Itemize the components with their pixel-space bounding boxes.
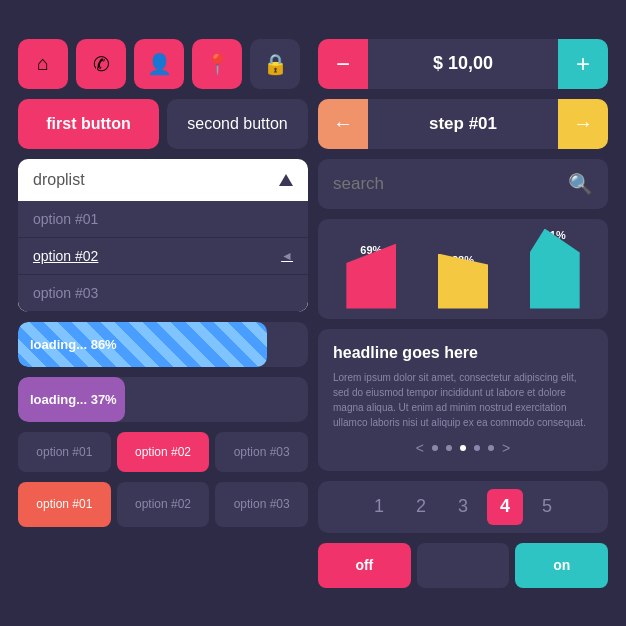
progress-bar-blue: loading... 86% xyxy=(18,322,308,367)
step-next-button[interactable]: → xyxy=(558,99,608,149)
nav-dot-4 xyxy=(474,445,480,451)
article-nav: < > xyxy=(333,440,593,456)
step-label: step #01 xyxy=(368,114,558,134)
lock-button[interactable]: 🔒 xyxy=(250,39,300,89)
num-btn-5[interactable]: 5 xyxy=(529,489,565,525)
first-button[interactable]: first button xyxy=(18,99,159,149)
toggle-off-button[interactable]: off xyxy=(318,543,411,588)
num-btn-1[interactable]: 1 xyxy=(361,489,397,525)
article-text: Lorem ipsum dolor sit amet, consectetur … xyxy=(333,370,593,430)
option-row-2: option #01 option #02 option #03 xyxy=(18,482,308,527)
location-button[interactable]: 📍 xyxy=(192,39,242,89)
option-1-1[interactable]: option #01 xyxy=(18,432,111,472)
droplist: droplist option #01 option #02 option #0… xyxy=(18,159,308,312)
progress-bar-purple: loading... 37% xyxy=(18,377,308,422)
droplist-label: droplist xyxy=(33,171,279,189)
chart-bar-teal xyxy=(530,229,580,309)
article-headline: headline goes here xyxy=(333,344,593,362)
nav-dot-1 xyxy=(432,445,438,451)
main-buttons-row: first button second button xyxy=(18,99,308,149)
step-row: ← step #01 → xyxy=(318,99,608,149)
article-section: headline goes here Lorem ipsum dolor sit… xyxy=(318,329,608,471)
progress-label-purple: loading... 37% xyxy=(30,392,117,407)
droplist-options: option #01 option #02 option #03 xyxy=(18,201,308,312)
search-box: 🔍 xyxy=(318,159,608,209)
num-btn-3[interactable]: 3 xyxy=(445,489,481,525)
number-picker: 1 2 3 4 5 xyxy=(318,481,608,533)
chart-bar-yellow-group: 38% xyxy=(420,254,507,309)
home-button[interactable]: ⌂ xyxy=(18,39,68,89)
droplist-option-2[interactable]: option #02 xyxy=(18,238,308,275)
icon-buttons-row: ⌂ ✆ 👤 📍 🔒 xyxy=(18,39,308,89)
nav-dot-3 xyxy=(460,445,466,451)
nav-dot-5 xyxy=(488,445,494,451)
search-icon: 🔍 xyxy=(568,172,593,196)
second-button[interactable]: second button xyxy=(167,99,308,149)
option-1-3[interactable]: option #03 xyxy=(215,432,308,472)
counter-plus-button[interactable]: + xyxy=(558,39,608,89)
droplist-option-3[interactable]: option #03 xyxy=(18,275,308,312)
toggle-on-button[interactable]: on xyxy=(515,543,608,588)
chart-bar-pink-group: 69% xyxy=(328,244,415,309)
article-next-button[interactable]: > xyxy=(502,440,510,456)
chart-bar-yellow xyxy=(438,254,488,309)
nav-dot-2 xyxy=(446,445,452,451)
chart-bar-pink xyxy=(346,244,396,309)
progress-section: loading... 86% loading... 37% xyxy=(18,322,308,422)
option-row-1: option #01 option #02 option #03 xyxy=(18,432,308,472)
droplist-arrow-icon xyxy=(279,174,293,186)
progress-label-blue: loading... 86% xyxy=(30,337,117,352)
option-2-1[interactable]: option #01 xyxy=(18,482,111,527)
chart-area: 69% 38% 91% xyxy=(318,219,608,319)
droplist-option-1[interactable]: option #01 xyxy=(18,201,308,238)
search-input[interactable] xyxy=(333,174,568,194)
counter-minus-button[interactable]: − xyxy=(318,39,368,89)
option-2-3[interactable]: option #03 xyxy=(215,482,308,527)
toggle-mid-button[interactable] xyxy=(417,543,510,588)
option-1-2[interactable]: option #02 xyxy=(117,432,210,472)
num-btn-4[interactable]: 4 xyxy=(487,489,523,525)
phone-button[interactable]: ✆ xyxy=(76,39,126,89)
toggle-row: off on xyxy=(318,543,608,588)
counter-value: $ 10,00 xyxy=(368,53,558,74)
step-prev-button[interactable]: ← xyxy=(318,99,368,149)
article-prev-button[interactable]: < xyxy=(416,440,424,456)
option-2-2[interactable]: option #02 xyxy=(117,482,210,527)
num-btn-2[interactable]: 2 xyxy=(403,489,439,525)
user-button[interactable]: 👤 xyxy=(134,39,184,89)
droplist-header[interactable]: droplist xyxy=(18,159,308,201)
chart-bar-teal-group: 91% xyxy=(511,229,598,309)
counter-row: − $ 10,00 + xyxy=(318,39,608,89)
